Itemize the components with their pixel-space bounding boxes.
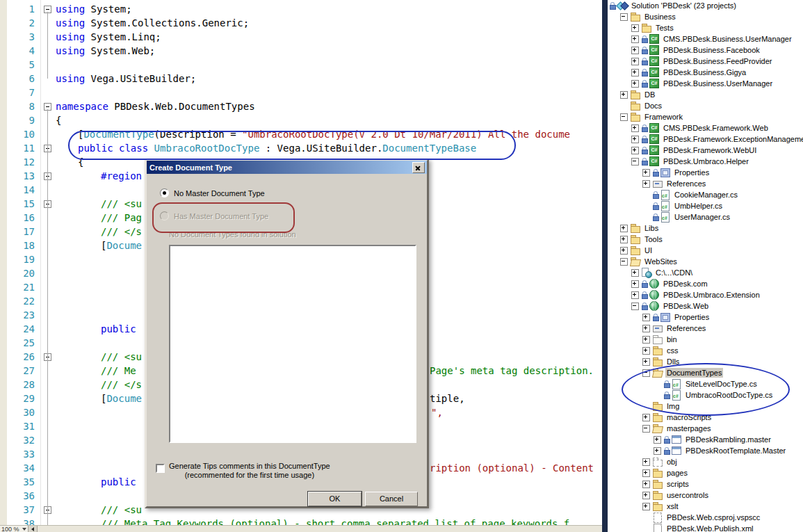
expand-icon[interactable] bbox=[642, 180, 650, 188]
collapse-icon[interactable] bbox=[620, 13, 628, 21]
expand-icon[interactable] bbox=[631, 80, 639, 88]
collapse-icon[interactable] bbox=[620, 258, 628, 266]
radio-no-master-document-type[interactable]: No Master Document Type bbox=[160, 188, 265, 198]
tree-item-siteleveldoctype-cs[interactable]: SiteLevelDocType.cs bbox=[654, 378, 759, 389]
hscroll-track[interactable] bbox=[38, 526, 602, 532]
collapse-icon[interactable] bbox=[631, 303, 639, 310]
tree-item-pbdesk-web-csproj-vspscc[interactable]: PBDesk.Web.csproj.vspscc bbox=[642, 512, 761, 523]
tree-item-macroscripts[interactable]: macroScripts bbox=[642, 412, 713, 423]
dialog-titlebar[interactable]: Create Document Type bbox=[147, 161, 427, 174]
expand-icon[interactable] bbox=[620, 247, 628, 255]
collapse-icon[interactable] bbox=[642, 369, 650, 377]
tree-item-obj[interactable]: obj bbox=[642, 456, 679, 467]
code-folding-margin[interactable] bbox=[40, 0, 55, 532]
tree-item-libs[interactable]: Libs bbox=[620, 223, 660, 234]
expand-icon[interactable] bbox=[631, 280, 639, 288]
tree-item-business[interactable]: Business bbox=[620, 11, 677, 22]
tree-item-docs[interactable]: Docs bbox=[620, 100, 663, 111]
expand-icon[interactable] bbox=[620, 236, 628, 243]
tree-item-usermanager-cs[interactable]: UserManager.cs bbox=[642, 211, 731, 223]
tree-item-bin[interactable]: bin bbox=[642, 334, 679, 345]
expand-icon[interactable] bbox=[631, 269, 639, 277]
collapse-icon[interactable] bbox=[631, 158, 639, 166]
tree-item-pbdesk-web-publish-xml[interactable]: PBDesk.Web.Publish.xml bbox=[642, 523, 755, 532]
tree-item-references[interactable]: References bbox=[642, 178, 707, 189]
pane-splitter[interactable] bbox=[602, 0, 608, 532]
expand-icon[interactable] bbox=[642, 325, 650, 332]
solution-explorer[interactable]: Solution 'PBDesk' (23 projects)BusinessT… bbox=[608, 0, 803, 532]
tree-item-pbdesk-framework-webui[interactable]: PBDesk.Framework.WebUI bbox=[631, 145, 758, 156]
tree-item-cms-pbdesk-business-usermanager[interactable]: CMS.PBDesk.Business.UserManager bbox=[631, 33, 793, 45]
tree-item-pbdesk-business-gigya[interactable]: PBDesk.Business.Gigya bbox=[631, 67, 747, 78]
expand-icon[interactable] bbox=[642, 492, 650, 499]
tree-item-solution-pbdesk-23-projects[interactable]: Solution 'PBDesk' (23 projects) bbox=[609, 0, 738, 11]
expand-icon[interactable] bbox=[620, 91, 628, 99]
expand-icon[interactable] bbox=[642, 347, 650, 355]
expand-icon[interactable] bbox=[620, 225, 628, 232]
tree-item-pbdesk-framework-exceptionmanagement[interactable]: PBDesk.Framework.ExceptionManagement bbox=[631, 134, 803, 145]
tree-item-pbdesk-umbraco-helper[interactable]: PBDesk.Umbraco.Helper bbox=[631, 156, 750, 167]
expand-icon[interactable] bbox=[631, 47, 639, 54]
tree-item-pbdeskrambling-master[interactable]: PBDeskRambling.master bbox=[654, 434, 772, 445]
ok-button[interactable]: OK bbox=[308, 492, 362, 506]
hscroll-left-button[interactable] bbox=[29, 526, 38, 532]
tree-item-pbdesk-com[interactable]: PBDesk.com bbox=[631, 278, 709, 289]
tree-item-tests[interactable]: Tests bbox=[631, 22, 675, 33]
tree-item-pbdesk-business-feedprovider[interactable]: PBDesk.Business.FeedProvider bbox=[631, 56, 774, 67]
expand-icon[interactable] bbox=[642, 481, 650, 488]
tree-item-umbhelper-cs[interactable]: UmbHelper.cs bbox=[642, 200, 724, 211]
expand-icon[interactable] bbox=[631, 58, 639, 65]
tree-item-db[interactable]: DB bbox=[620, 89, 656, 100]
tree-item-pages[interactable]: pages bbox=[642, 467, 689, 478]
expand-icon[interactable] bbox=[631, 35, 639, 43]
close-button[interactable] bbox=[412, 162, 425, 173]
expand-icon[interactable] bbox=[631, 24, 639, 32]
tree-item-img[interactable]: Img bbox=[642, 401, 681, 412]
expand-icon[interactable] bbox=[642, 336, 650, 344]
tree-item-pbdesk-business-usermanager[interactable]: PBDesk.Business.UserManager bbox=[631, 78, 774, 89]
tree-item-cms-pbdesk-framework-web[interactable]: CMS.PBDesk.Framework.Web bbox=[631, 122, 770, 134]
tree-item-usercontrols[interactable]: usercontrols bbox=[642, 490, 710, 501]
tree-item-pbdeskroottemplate-master[interactable]: PBDeskRootTemplate.Master bbox=[654, 445, 787, 456]
expand-icon[interactable] bbox=[654, 447, 661, 455]
expand-icon[interactable] bbox=[642, 469, 650, 477]
expand-icon[interactable] bbox=[631, 291, 639, 299]
tree-item-references[interactable]: References bbox=[642, 323, 707, 334]
tree-item-pbdesk-umbraco-extension[interactable]: PBDesk.Umbraco.Extension bbox=[631, 289, 761, 300]
expand-icon[interactable] bbox=[631, 136, 639, 143]
collapse-icon[interactable] bbox=[620, 113, 628, 121]
tree-item-umbracorootdoctype-cs[interactable]: UmbracoRootDocType.cs bbox=[654, 389, 774, 401]
expand-icon[interactable] bbox=[631, 124, 639, 132]
tree-item-documenttypes[interactable]: DocumentTypes bbox=[642, 367, 723, 378]
editor-zoom-control[interactable]: 100 % bbox=[0, 526, 29, 532]
tree-item-websites[interactable]: WebSites bbox=[620, 256, 679, 267]
radio-button-icon[interactable] bbox=[160, 211, 169, 220]
tree-item-pbdesk-web[interactable]: PBDesk.Web bbox=[631, 300, 710, 312]
tree-item-pbdesk-business-facebook[interactable]: PBDesk.Business.Facebook bbox=[631, 45, 761, 56]
tree-item-ui[interactable]: UI bbox=[620, 245, 654, 256]
expand-icon[interactable] bbox=[642, 169, 650, 177]
tree-item-properties[interactable]: Properties bbox=[642, 167, 711, 178]
tree-item-dlls[interactable]: Dlls bbox=[642, 356, 681, 367]
tree-item-framework[interactable]: Framework bbox=[620, 111, 684, 122]
expand-icon[interactable] bbox=[642, 503, 650, 510]
cancel-button[interactable]: Cancel bbox=[365, 492, 418, 506]
tree-item-c-cdn[interactable]: C:\...\CDN\ bbox=[631, 267, 694, 278]
expand-icon[interactable] bbox=[642, 414, 650, 421]
tree-item-scripts[interactable]: scripts bbox=[642, 478, 690, 490]
collapse-icon[interactable] bbox=[642, 425, 650, 433]
tree-item-masterpages[interactable]: masterpages bbox=[642, 423, 713, 434]
expand-icon[interactable] bbox=[631, 69, 639, 76]
expand-icon[interactable] bbox=[631, 147, 639, 154]
document-type-listbox[interactable] bbox=[169, 245, 416, 443]
radio-button-icon[interactable] bbox=[160, 188, 169, 198]
tree-item-cookiemanager-cs[interactable]: CookieManager.cs bbox=[642, 189, 739, 200]
tree-item-xslt[interactable]: xslt bbox=[642, 501, 680, 512]
checkbox-icon[interactable] bbox=[156, 464, 165, 473]
expand-icon[interactable] bbox=[642, 458, 650, 466]
tree-item-css[interactable]: css bbox=[642, 345, 680, 356]
tree-item-properties[interactable]: Properties bbox=[642, 312, 711, 323]
expand-icon[interactable] bbox=[642, 358, 650, 366]
expand-icon[interactable] bbox=[654, 436, 661, 444]
breakpoint-margin[interactable] bbox=[0, 0, 7, 532]
